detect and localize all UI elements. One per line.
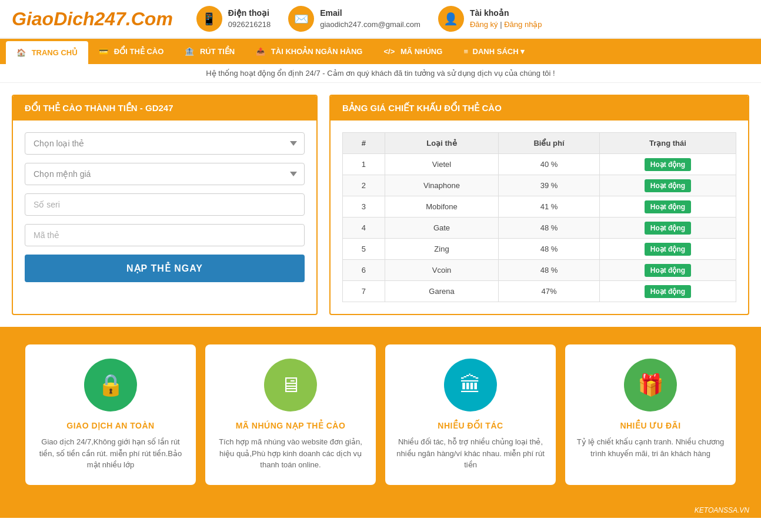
feature-icon-wrapper: 🔒 <box>84 359 137 411</box>
account-links[interactable]: Đăng ký | Đăng nhập <box>470 19 542 30</box>
register-link[interactable]: Đăng ký <box>470 20 498 29</box>
cell-status: Hoạt động <box>599 154 736 175</box>
submit-button[interactable]: NẠP THẺ NGAY <box>25 255 305 282</box>
header: GiaoDich247.Com 📱 Điện thoại 0926216218 … <box>0 0 761 39</box>
cell-status: Hoạt động <box>599 196 736 218</box>
cell-status: Hoạt động <box>599 175 736 196</box>
table-row: 1 Vietel 40 % Hoạt động <box>343 154 736 175</box>
feature-title: NHIỀU ƯU ĐÃI <box>575 421 726 430</box>
cell-fee: 41 % <box>499 196 600 218</box>
nav-tai-khoan-ngan-hang[interactable]: 📤 TÀI KHOẢN NGÂN HÀNG <box>245 39 373 64</box>
login-link[interactable]: Đăng nhập <box>504 20 542 29</box>
price-table: # Loại thẻ Biểu phí Trạng thái 1 Vietel … <box>342 132 736 302</box>
cell-id: 1 <box>343 154 385 175</box>
nav-ma-nhung[interactable]: </> MÃ NHÚNG <box>373 39 453 64</box>
serial-input[interactable] <box>25 193 305 216</box>
feature-icon-wrapper: 🖥 <box>264 359 317 411</box>
nav-trang-chu[interactable]: 🏠 TRANG CHỦ <box>6 41 88 64</box>
feature-icon: 🔒 <box>98 373 124 397</box>
account-label: Tài khoản <box>470 8 542 19</box>
cell-fee: 48 % <box>499 239 600 260</box>
phone-icon: 📱 <box>196 6 222 32</box>
nav-rut-tien[interactable]: 🏦 RÚT TIỀN <box>174 39 245 64</box>
nav-doi-the-cao[interactable]: 💳 ĐỔI THẺ CÀO <box>88 39 174 64</box>
feature-title: MÃ NHÚNG NẠP THẺ CÀO <box>215 421 366 430</box>
table-title: BẢNG GIÁ CHIẾT KHẤU ĐỔI THẺ CÀO <box>331 96 748 121</box>
feature-title: NHIỀU ĐỐI TÁC <box>395 421 546 430</box>
status-badge: Hoạt động <box>645 179 691 192</box>
feature-icon-wrapper: 🎁 <box>624 359 677 411</box>
cell-id: 3 <box>343 196 385 218</box>
nav-danh-sach[interactable]: ≡ DANH SÁCH ▾ <box>453 39 535 64</box>
features-grid: 🔒 GIAO DỊCH AN TOÀN Giao dịch 24/7,Không… <box>12 344 749 485</box>
feature-icon: 🏛 <box>460 373 481 397</box>
cell-fee: 48 % <box>499 260 600 281</box>
status-badge: Hoạt động <box>645 222 691 235</box>
status-badge: Hoạt động <box>645 264 691 277</box>
feature-card: 🎁 NHIỀU ƯU ĐÃI Tỷ lệ chiết khấu cạnh tra… <box>565 344 736 485</box>
col-id: # <box>343 133 385 154</box>
contact-email: ✉️ Email giaodich247.com@gmail.com <box>288 6 420 32</box>
table-panel: BẢNG GIÁ CHIẾT KHẤU ĐỔI THẺ CÀO # Loại t… <box>329 95 749 315</box>
cell-fee: 40 % <box>499 154 600 175</box>
cell-status: Hoạt động <box>599 239 736 260</box>
feature-desc: Tỷ lệ chiết khấu cạnh tranh. Nhiều chươn… <box>575 436 726 459</box>
main-nav: 🏠 TRANG CHỦ 💳 ĐỔI THẺ CÀO 🏦 RÚT TIỀN 📤 T… <box>0 39 761 64</box>
status-badge: Hoạt động <box>645 243 691 256</box>
cell-id: 6 <box>343 260 385 281</box>
cell-type: Vcoin <box>385 260 499 281</box>
feature-desc: Tích hợp mã nhúng vào website đơn giản, … <box>215 436 366 471</box>
cell-type: Gate <box>385 218 499 239</box>
feature-icon-wrapper: 🏛 <box>444 359 497 411</box>
table-row: 2 Vinaphone 39 % Hoạt động <box>343 175 736 196</box>
feature-card: 🖥 MÃ NHÚNG NẠP THẺ CÀO Tích hợp mã nhúng… <box>205 344 376 485</box>
contact-account: 👤 Tài khoản Đăng ký | Đăng nhập <box>438 6 542 32</box>
contact-phone: 📱 Điện thoại 0926216218 <box>196 6 271 32</box>
feature-icon: 🎁 <box>637 373 664 397</box>
cell-id: 4 <box>343 218 385 239</box>
cell-status: Hoạt động <box>599 218 736 239</box>
table-row: 6 Vcoin 48 % Hoạt động <box>343 260 736 281</box>
logo[interactable]: GiaoDich247.Com <box>12 8 173 30</box>
phone-value: 0926216218 <box>228 19 271 30</box>
cell-type: Vietel <box>385 154 499 175</box>
table-row: 4 Gate 48 % Hoạt động <box>343 218 736 239</box>
status-badge: Hoạt động <box>645 285 691 298</box>
cell-type: Vinaphone <box>385 175 499 196</box>
cell-type: Zing <box>385 239 499 260</box>
form-group-code <box>25 224 305 246</box>
email-value: giaodich247.com@gmail.com <box>320 19 420 30</box>
cell-id: 2 <box>343 175 385 196</box>
cell-status: Hoạt động <box>599 260 736 281</box>
cell-status: Hoạt động <box>599 281 736 302</box>
feature-title: GIAO DỊCH AN TOÀN <box>35 421 186 430</box>
feature-card: 🔒 GIAO DỊCH AN TOÀN Giao dịch 24/7,Không… <box>25 344 196 485</box>
select-card-value[interactable]: Chọn mệnh giá 10,000 20,000 50,000 100,0… <box>25 163 305 185</box>
notice-text: Hệ thống hoạt động ổn định 24/7 - Cảm ơn… <box>206 69 555 78</box>
feature-desc: Giao dịch 24/7,Không giới hạn số lần rút… <box>35 436 186 471</box>
cell-type: Mobifone <box>385 196 499 218</box>
bottom-section: 🔒 GIAO DỊCH AN TOÀN Giao dịch 24/7,Không… <box>0 327 761 503</box>
select-card-type[interactable]: Chọn loại thẻ Viettel Vinaphone Mobifone… <box>25 132 305 155</box>
main-content: ĐỔI THẺ CÀO THÀNH TIỀN - GD247 Chọn loại… <box>0 83 761 327</box>
table-row: 7 Garena 47% Hoạt động <box>343 281 736 302</box>
status-badge: Hoạt động <box>645 158 691 171</box>
table-header-row: # Loại thẻ Biểu phí Trạng thái <box>343 133 736 154</box>
email-icon: ✉️ <box>288 6 314 32</box>
form-group-serial <box>25 193 305 216</box>
cell-fee: 48 % <box>499 218 600 239</box>
cell-id: 7 <box>343 281 385 302</box>
status-badge: Hoạt động <box>645 200 691 213</box>
feature-card: 🏛 NHIỀU ĐỐI TÁC Nhiều đối tác, hỗ trợ nh… <box>385 344 556 485</box>
form-group-type: Chọn loại thẻ Viettel Vinaphone Mobifone… <box>25 132 305 155</box>
cell-fee: 39 % <box>499 175 600 196</box>
cell-type: Garena <box>385 281 499 302</box>
phone-label: Điện thoại <box>228 8 271 19</box>
form-title: ĐỔI THẺ CÀO THÀNH TIỀN - GD247 <box>13 96 316 121</box>
cell-id: 5 <box>343 239 385 260</box>
notice-bar: Hệ thống hoạt động ổn định 24/7 - Cảm ơn… <box>0 64 761 83</box>
code-input[interactable] <box>25 224 305 246</box>
account-icon: 👤 <box>438 6 464 32</box>
header-contacts: 📱 Điện thoại 0926216218 ✉️ Email giaodic… <box>196 6 749 32</box>
cell-fee: 47% <box>499 281 600 302</box>
